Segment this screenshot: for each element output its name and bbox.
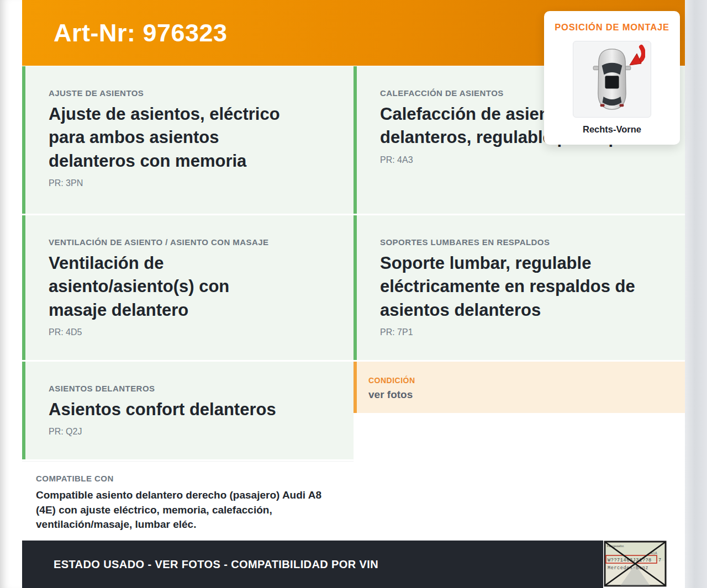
page: Art-Nr: 976323 AJUSTE DE ASIENTOS Ajuste…: [0, 0, 707, 588]
mounting-position-label: POSICIÓN DE MONTAJE: [544, 22, 680, 33]
mounting-position-card: POSICIÓN DE MONTAJE: [544, 11, 680, 145]
feature-category-label: ASIENTOS DELANTEROS: [49, 384, 339, 393]
feature-pr-code: PR: 3PN: [49, 178, 339, 188]
feature-pr-code: PR: 4A3: [380, 155, 671, 165]
feature-category-label: VENTILACIÓN DE ASIENTO / ASIENTO CON MAS…: [49, 237, 339, 247]
feature-pr-code: PR: 7P1: [380, 327, 671, 337]
vin-document-envelope-icon: Fahrgestellnr. AiA W??71463J31??8 7 Merc…: [603, 540, 667, 587]
feature-title: Soporte lumbar, regulable eléctricamente…: [380, 252, 667, 322]
compatible-card: COMPATIBLE CON Compatible asiento delant…: [22, 461, 354, 539]
feature-pr-code: PR: 4D5: [49, 327, 339, 337]
feature-card-lumbar-support: SOPORTES LUMBARES EN RESPALDOS Soporte l…: [354, 215, 685, 360]
feature-card-front-seats: ASIENTOS DELANTEROS Asientos confort del…: [22, 362, 354, 459]
condition-value: ver fotos: [368, 389, 674, 401]
footer-banner: ESTADO USADO - VER FOTOS - COMPATIBILIDA…: [22, 541, 603, 588]
mounting-position-image: [573, 41, 651, 118]
feature-title: Asientos confort delanteros: [49, 398, 339, 421]
vin-suffix: 7: [658, 558, 661, 563]
feature-title: Ventilación de asiento/asiento(s) con ma…: [49, 252, 233, 322]
listing-template: Art-Nr: 976323 AJUSTE DE ASIENTOS Ajuste…: [0, 0, 685, 588]
condition-card: CONDICIÓN ver fotos: [354, 362, 685, 413]
feature-category-label: AJUSTE DE ASIENTOS: [49, 88, 339, 98]
red-arrow-icon: [623, 44, 645, 68]
feature-card-seat-ventilation: VENTILACIÓN DE ASIENTO / ASIENTO CON MAS…: [22, 215, 354, 360]
feature-category-label: SOPORTES LUMBARES EN RESPALDOS: [380, 237, 671, 247]
feature-title: Ajuste de asientos, eléctrico para ambos…: [49, 103, 297, 173]
column-left: AJUSTE DE ASIENTOS Ajuste de asientos, e…: [22, 66, 354, 541]
page-background-strip: [685, 0, 707, 588]
condition-label: CONDICIÓN: [368, 376, 674, 385]
compatible-text: Compatible asiento delantero derecho (pa…: [36, 488, 331, 532]
footer-text: ESTADO USADO - VER FOTOS - COMPATIBILIDA…: [54, 558, 378, 571]
footer-row: ESTADO USADO - VER FOTOS - COMPATIBILIDA…: [22, 541, 685, 588]
feature-pr-code: PR: Q2J: [49, 427, 339, 437]
feature-card-seat-adjustment: AJUSTE DE ASIENTOS Ajuste de asientos, e…: [22, 66, 354, 214]
article-number-title: Art-Nr: 976323: [54, 19, 228, 47]
compatible-label: COMPATIBLE CON: [36, 474, 338, 483]
mounting-position-value: Rechts-Vorne: [544, 124, 680, 135]
